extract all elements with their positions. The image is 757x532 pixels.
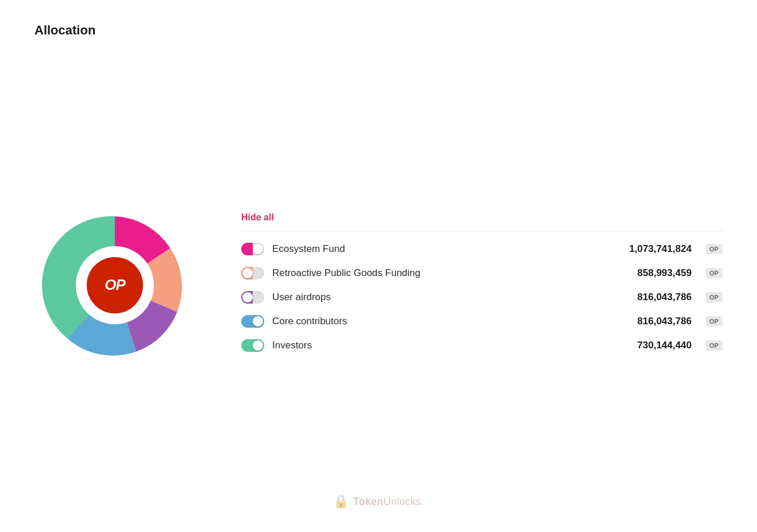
investors-value: 730,144,440 <box>638 340 692 351</box>
hide-all-button[interactable]: Hide all <box>241 212 274 223</box>
airdrops-badge: OP <box>705 292 723 302</box>
main-content: OP Hide all Ecosystem Fund 1,073,741,824… <box>34 61 723 509</box>
airdrops-label: User airdrops <box>272 292 629 303</box>
investors-toggle[interactable] <box>241 339 264 352</box>
watermark-text: TokenUnlocks. <box>353 496 424 508</box>
airdrops-value: 816,043,786 <box>638 292 692 303</box>
core-contributors-value: 816,043,786 <box>638 316 692 327</box>
list-item: Ecosystem Fund 1,073,741,824 OP <box>241 237 723 261</box>
watermark-regular: Unlocks. <box>384 496 424 507</box>
chart-center-label: OP <box>105 276 125 294</box>
list-item: Retroactive Public Goods Funding 858,993… <box>241 261 723 285</box>
investors-badge: OP <box>705 340 723 351</box>
rpgf-value: 858,993,459 <box>638 267 692 279</box>
core-contributors-label: Core contributors <box>272 316 629 327</box>
investors-label: Investors <box>272 340 629 351</box>
list-item: Core contributors 816,043,786 OP <box>241 309 723 333</box>
ecosystem-fund-toggle[interactable] <box>241 243 264 255</box>
ecosystem-fund-value: 1,073,741,824 <box>629 243 692 255</box>
page-title: Allocation <box>34 23 723 38</box>
airdrops-toggle[interactable] <box>241 291 264 304</box>
page-container: Allocation OP <box>0 0 757 532</box>
rpgf-label: Retroactive Public Goods Funding <box>272 267 629 279</box>
watermark-bold: Token <box>353 496 384 507</box>
legend-container: Hide all Ecosystem Fund 1,073,741,824 OP… <box>241 212 723 358</box>
watermark: 🔒 TokenUnlocks. <box>333 494 424 509</box>
rpgf-badge: OP <box>705 268 723 278</box>
ecosystem-fund-label: Ecosystem Fund <box>272 243 621 255</box>
ecosystem-fund-badge: OP <box>705 244 723 254</box>
list-item: User airdrops 816,043,786 OP <box>241 285 723 309</box>
chart-center: OP <box>83 254 146 317</box>
core-contributors-toggle[interactable] <box>241 315 264 328</box>
core-contributors-badge: OP <box>705 316 723 327</box>
list-item: Investors 730,144,440 OP <box>241 333 723 358</box>
donut-chart-container: OP <box>34 205 195 366</box>
watermark-icon: 🔒 <box>333 494 349 509</box>
divider <box>241 231 723 231</box>
rpgf-toggle[interactable] <box>241 267 264 279</box>
